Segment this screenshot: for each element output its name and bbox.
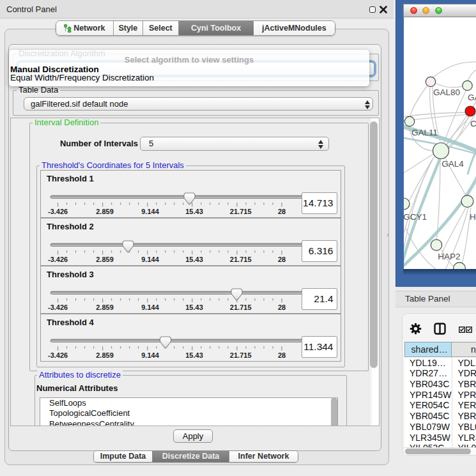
svg-text:CD: CD [470, 119, 476, 128]
svg-text:GAL11: GAL11 [411, 128, 438, 137]
svg-text:GAL4: GAL4 [441, 159, 464, 169]
svg-text:GAL2: GAL2 [468, 93, 476, 102]
svg-text:GCY1: GCY1 [404, 212, 427, 222]
svg-text:GAL80: GAL80 [433, 88, 460, 97]
svg-text:HI: HI [470, 212, 476, 222]
svg-text:HAP2: HAP2 [438, 252, 460, 261]
